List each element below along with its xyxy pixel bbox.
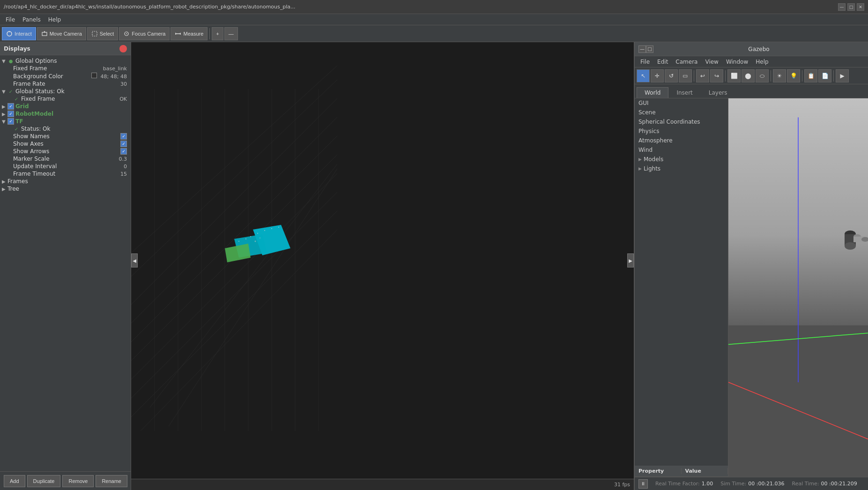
gz-paste-tool[interactable]: 📄 (818, 69, 831, 82)
frame-rate-item[interactable]: Frame Rate 30 (0, 80, 131, 88)
global-options-item[interactable]: ▼ ● Global Options (0, 57, 131, 65)
gz-rotate-tool[interactable]: ↺ (665, 69, 678, 82)
svg-point-34 (250, 236, 251, 237)
marker-scale-item[interactable]: Marker Scale 0.3 (0, 155, 131, 163)
show-axes-checkbox[interactable] (120, 141, 127, 147)
gz-sun-tool[interactable]: ☀ (773, 69, 786, 82)
frame-timeout-item[interactable]: Frame Timeout 15 (0, 170, 131, 178)
collapse-right-button[interactable]: ▶ (627, 253, 634, 267)
tf-checkbox[interactable] (7, 118, 14, 125)
gz-menu-help[interactable]: Help (752, 58, 772, 66)
rviz-menubar: File Panels Help (0, 14, 868, 25)
tf-item[interactable]: ▼ TF (0, 118, 131, 125)
focus-camera-button[interactable]: Focus Camera (119, 27, 170, 40)
show-arrows-item[interactable]: Show Arrows (0, 148, 131, 155)
gazebo-minimize-button[interactable]: — (638, 45, 646, 53)
gz-menu-view[interactable]: View (701, 58, 722, 66)
interact-button[interactable]: Interact (2, 27, 36, 40)
show-axes-item[interactable]: Show Axes (0, 140, 131, 148)
gz-sphere-tool[interactable]: ⬤ (742, 69, 755, 82)
minimize-button[interactable]: — (838, 3, 846, 11)
robotmodel-item[interactable]: ▶ RobotModel (0, 110, 131, 118)
gz-box-tool[interactable]: ⬜ (727, 69, 741, 82)
maximize-button[interactable]: □ (847, 3, 855, 11)
gz-scale-tool[interactable]: ▭ (679, 69, 692, 82)
frames-label: Frames (7, 178, 28, 185)
update-interval-item[interactable]: Update Interval 0 (0, 163, 131, 170)
gz-property-header: Property Value (635, 466, 728, 477)
robotmodel-checkbox[interactable] (7, 111, 14, 117)
update-interval-value: 0 (124, 163, 127, 170)
gz-tab-layers[interactable]: Layers (701, 87, 735, 98)
gz-interact-tool[interactable]: ↖ (637, 69, 650, 82)
select-button[interactable]: Select (87, 27, 119, 40)
rviz-3d-view[interactable]: ◀ ▶ (131, 42, 634, 479)
gz-3d-view[interactable] (728, 98, 868, 477)
gz-undo-tool[interactable]: ↩ (696, 69, 709, 82)
gz-lights-item[interactable]: ▶ Lights (635, 164, 728, 173)
background-color-item[interactable]: Background Color 48; 48; 48 (0, 72, 131, 80)
gz-tab-world[interactable]: World (637, 87, 668, 98)
rename-button[interactable]: Rename (96, 475, 127, 487)
gz-menu-edit[interactable]: Edit (653, 58, 672, 66)
gz-pointlight-tool[interactable]: 💡 (787, 69, 800, 82)
gazebo-tabs: World Insert Layers (635, 84, 868, 98)
real-time-factor-label: Real Time Factor: (655, 481, 700, 487)
frames-item[interactable]: ▶ Frames (0, 178, 131, 185)
svg-rect-4 (92, 31, 97, 36)
displays-title: Displays (4, 45, 30, 52)
gz-cylinder-tool[interactable]: ⬭ (756, 69, 769, 82)
minus-button[interactable]: — (224, 27, 238, 40)
gz-menu-window[interactable]: Window (722, 58, 752, 66)
gz-menu-camera[interactable]: Camera (672, 58, 701, 66)
duplicate-button[interactable]: Duplicate (27, 475, 61, 487)
menu-panels[interactable]: Panels (19, 15, 45, 24)
pause-button[interactable]: ⏸ (638, 479, 648, 489)
fixed-frame-item[interactable]: Fixed Frame base_link (0, 65, 131, 72)
gz-scene-item[interactable]: Scene (635, 108, 728, 117)
measure-button[interactable]: Measure (171, 27, 208, 40)
plus-button[interactable]: + (212, 27, 223, 40)
fps-bar: 31 fps (131, 479, 634, 490)
gz-tab-insert[interactable]: Insert (668, 87, 700, 98)
svg-rect-10 (131, 42, 634, 479)
tf-status-label: Status: Ok (21, 126, 51, 132)
remove-button[interactable]: Remove (62, 475, 94, 487)
collapse-left-button[interactable]: ◀ (131, 253, 138, 267)
close-button[interactable]: ✕ (857, 3, 864, 11)
gz-atmosphere-item[interactable]: Atmosphere (635, 136, 728, 145)
add-button[interactable]: Add (4, 475, 25, 487)
displays-content: ▼ ● Global Options Fixed Frame base_link… (0, 55, 131, 471)
gz-menu-file[interactable]: File (637, 58, 653, 66)
gazebo-statusbar: ⏸ Real Time Factor: 1.00 Sim Time: 00 :0… (635, 477, 868, 490)
grid-item[interactable]: ▶ Grid (0, 103, 131, 110)
real-time-factor-item: Real Time Factor: 1.00 (655, 481, 713, 487)
gz-align-tool[interactable]: ▶ (836, 69, 849, 82)
gz-redo-tool[interactable]: ↪ (710, 69, 723, 82)
global-status-item[interactable]: ▼ ✓ Global Status: Ok (0, 88, 131, 95)
gz-gui-item[interactable]: GUI (635, 98, 728, 108)
displays-close-button[interactable] (119, 45, 127, 52)
global-options-label: Global Options (15, 58, 57, 64)
show-names-item[interactable]: Show Names (0, 133, 131, 140)
gz-models-item[interactable]: ▶ Models (635, 155, 728, 164)
tree-item[interactable]: ▶ Tree (0, 185, 131, 193)
gazebo-maximize-button[interactable]: □ (646, 45, 653, 53)
menu-help[interactable]: Help (45, 15, 65, 24)
gazebo-window: — □ Gazebo File Edit Camera View Window … (634, 42, 868, 490)
show-arrows-checkbox[interactable] (120, 148, 127, 155)
gazebo-toolbar: ↖ ✛ ↺ ▭ ↩ ↪ ⬜ ⬤ ⬭ ☀ 💡 📋 📄 ▶ (635, 67, 868, 84)
gz-lights-arrow: ▶ (638, 166, 642, 171)
gz-physics-item[interactable]: Physics (635, 126, 728, 136)
gz-spherical-item[interactable]: Spherical Coordinates (635, 117, 728, 126)
gz-wind-item[interactable]: Wind (635, 145, 728, 155)
move-camera-button[interactable]: Move Camera (37, 27, 86, 40)
grid-checkbox[interactable] (7, 103, 14, 110)
check-icon: ✓ (13, 96, 20, 102)
show-names-checkbox[interactable] (120, 133, 127, 140)
rviz-toolbar: Interact Move Camera Select Focus Camera… (0, 25, 868, 42)
menu-file[interactable]: File (2, 15, 19, 24)
gz-translate-tool[interactable]: ✛ (651, 69, 664, 82)
gz-copy-tool[interactable]: 📋 (804, 69, 817, 82)
real-time-item: Real Time: 00 :00:21.209 (792, 481, 857, 487)
